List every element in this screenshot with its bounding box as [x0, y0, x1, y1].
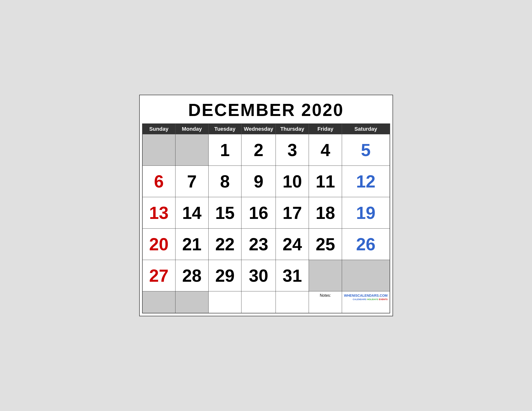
header-wednesday: Wednesday — [241, 124, 276, 134]
day-number: 4 — [311, 136, 340, 164]
day-number: 21 — [177, 230, 206, 259]
day-number: 10 — [278, 167, 307, 196]
day-number: 12 — [344, 167, 388, 196]
calendar-cell: 23 — [241, 229, 276, 260]
website-sub: CALENDARSHOLIDAYSEVENTS — [344, 298, 388, 300]
website-sub-item: EVENTS — [379, 298, 388, 300]
header-friday: Friday — [309, 124, 342, 134]
day-number: 8 — [210, 167, 239, 196]
day-number: 28 — [177, 261, 206, 290]
header-thursday: Thursday — [276, 124, 309, 134]
day-number: 15 — [210, 198, 239, 227]
website-sub-item: CALENDARS — [353, 298, 366, 300]
day-number: 6 — [144, 167, 173, 196]
calendar-cell: 30 — [241, 260, 276, 291]
calendar-cell: 4 — [309, 134, 342, 166]
calendar-cell: 9 — [241, 166, 276, 197]
day-number: 2 — [243, 136, 274, 164]
calendar-cell: 27 — [142, 260, 175, 291]
notes-empty-cell — [208, 291, 241, 313]
calendar-cell — [142, 134, 175, 166]
website-text: WHENISCALENDARS.COM — [344, 293, 388, 298]
calendar-cell: 29 — [208, 260, 241, 291]
calendar-cell: 14 — [175, 197, 208, 229]
calendar-cell: 10 — [276, 166, 309, 197]
calendar-cell: 15 — [208, 197, 241, 229]
day-number: 3 — [278, 136, 307, 164]
website-sub-item: HOLIDAYS — [367, 298, 378, 300]
calendar-cell: 2 — [241, 134, 276, 166]
day-number: 22 — [210, 230, 239, 259]
day-number: 26 — [344, 230, 388, 259]
calendar-cell — [175, 134, 208, 166]
calendar-table: Sunday Monday Tuesday Wednesday Thursday… — [142, 123, 390, 313]
website-badge: WHENISCALENDARS.COMCALENDARSHOLIDAYSEVEN… — [342, 291, 390, 313]
calendar-cell: 16 — [241, 197, 276, 229]
calendar-cell: 8 — [208, 166, 241, 197]
notes-empty-cell — [241, 291, 276, 313]
calendar-cell: 18 — [309, 197, 342, 229]
day-number: 5 — [344, 136, 388, 164]
day-number: 27 — [144, 261, 173, 290]
day-number: 1 — [210, 136, 239, 164]
day-number: 31 — [278, 261, 307, 290]
day-number: 11 — [311, 167, 340, 196]
calendar-week-4: 2728293031 — [142, 260, 390, 291]
calendar-cell: 12 — [342, 166, 390, 197]
day-number: 29 — [210, 261, 239, 290]
day-number: 9 — [243, 167, 274, 196]
calendar-week-0: 12345 — [142, 134, 390, 166]
calendar-cell: 7 — [175, 166, 208, 197]
calendar-cell: 20 — [142, 229, 175, 260]
header-tuesday: Tuesday — [208, 124, 241, 134]
calendar-cell: 6 — [142, 166, 175, 197]
day-number: 17 — [278, 198, 307, 227]
day-number: 25 — [311, 230, 340, 259]
calendar-cell: 13 — [142, 197, 175, 229]
notes-label: Notes: — [309, 291, 342, 313]
day-number: 13 — [144, 198, 173, 227]
calendar-cell: 26 — [342, 229, 390, 260]
calendar-cell: 22 — [208, 229, 241, 260]
notes-row: Notes:WHENISCALENDARS.COMCALENDARSHOLIDA… — [142, 291, 390, 313]
calendar-cell: 5 — [342, 134, 390, 166]
day-number: 30 — [243, 261, 274, 290]
calendar-cell: 11 — [309, 166, 342, 197]
day-number: 16 — [243, 198, 274, 227]
calendar-cell: 3 — [276, 134, 309, 166]
calendar-cell: 31 — [276, 260, 309, 291]
calendar-cell: 21 — [175, 229, 208, 260]
day-number: 18 — [311, 198, 340, 227]
calendar-title: DECEMBER 2020 — [142, 98, 390, 123]
notes-gray-cell-1 — [142, 291, 175, 313]
day-number: 19 — [344, 198, 388, 227]
calendar-cell: 19 — [342, 197, 390, 229]
calendar-cell — [309, 260, 342, 291]
calendar-cell: 28 — [175, 260, 208, 291]
day-number: 23 — [243, 230, 274, 259]
header-saturday: Saturday — [342, 124, 390, 134]
calendar-cell: 24 — [276, 229, 309, 260]
header-row: Sunday Monday Tuesday Wednesday Thursday… — [142, 124, 390, 134]
day-number: 14 — [177, 198, 206, 227]
notes-empty-cell — [276, 291, 309, 313]
calendar-cell: 1 — [208, 134, 241, 166]
day-number: 20 — [144, 230, 173, 259]
calendar-body: 1234567891011121314151617181920212223242… — [142, 134, 390, 313]
calendar-cell: 17 — [276, 197, 309, 229]
calendar-cell — [342, 260, 390, 291]
header-sunday: Sunday — [142, 124, 175, 134]
day-number: 24 — [278, 230, 307, 259]
notes-gray-cell-2 — [175, 291, 208, 313]
header-monday: Monday — [175, 124, 208, 134]
day-number: 7 — [177, 167, 206, 196]
calendar-week-1: 6789101112 — [142, 166, 390, 197]
calendar-container: DECEMBER 2020 Sunday Monday Tuesday Wedn… — [139, 95, 393, 316]
calendar-cell: 25 — [309, 229, 342, 260]
calendar-week-2: 13141516171819 — [142, 197, 390, 229]
calendar-week-3: 20212223242526 — [142, 229, 390, 260]
